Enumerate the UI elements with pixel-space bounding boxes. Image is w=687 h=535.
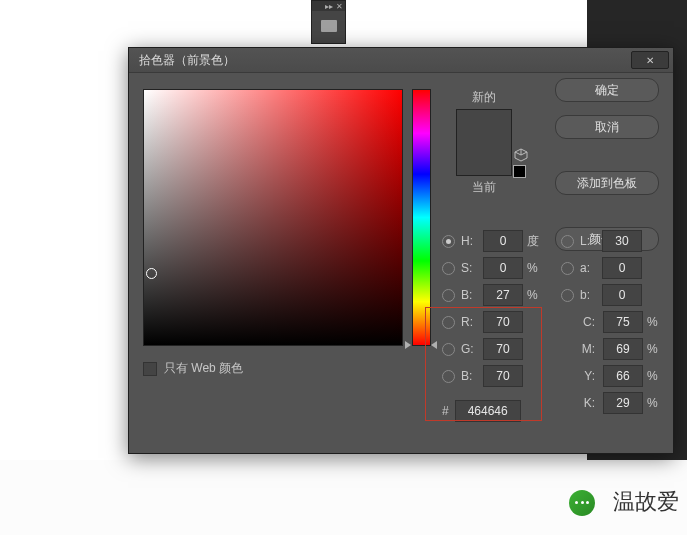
current-color-label: 当前: [446, 179, 521, 196]
unit-pct: %: [527, 261, 547, 275]
web-only-checkbox[interactable]: [143, 362, 157, 376]
input-b-rgb[interactable]: [483, 365, 523, 387]
mini-panel-header: ▸▸ ✕: [312, 1, 345, 11]
swatch-current[interactable]: [457, 143, 511, 176]
mini-panel: ▸▸ ✕: [311, 0, 346, 44]
label-b-lab: b:: [580, 288, 598, 302]
wechat-icon: [569, 490, 599, 520]
ok-button[interactable]: 确定: [555, 78, 659, 102]
radio-l[interactable]: [561, 235, 574, 248]
label-y: Y:: [579, 369, 595, 383]
hex-input[interactable]: [455, 400, 521, 422]
input-a[interactable]: [602, 257, 642, 279]
input-m[interactable]: [603, 338, 643, 360]
new-color-label: 新的: [446, 89, 521, 106]
hex-label: #: [442, 404, 449, 418]
input-c[interactable]: [603, 311, 643, 333]
input-k[interactable]: [603, 392, 643, 414]
color-swatch: [456, 109, 512, 176]
cancel-button[interactable]: 取消: [555, 115, 659, 139]
hue-slider[interactable]: [412, 89, 431, 346]
radio-a[interactable]: [561, 262, 574, 275]
color-selection-indicator: [146, 268, 157, 279]
label-c: C:: [579, 315, 595, 329]
unit-m: %: [647, 342, 663, 356]
dialog-title-bar: 拾色器（前景色） ✕: [129, 48, 673, 73]
radio-r[interactable]: [442, 316, 455, 329]
close-mini-icon[interactable]: ✕: [336, 2, 343, 11]
label-r: R:: [461, 315, 479, 329]
unit-pct2: %: [527, 288, 547, 302]
radio-g[interactable]: [442, 343, 455, 356]
gamut-warning-icon[interactable]: [514, 148, 528, 162]
label-m: M:: [579, 342, 595, 356]
web-only-label: 只有 Web 颜色: [164, 360, 243, 377]
label-s: S:: [461, 261, 479, 275]
panel-icon[interactable]: [321, 20, 337, 32]
dialog-title: 拾色器（前景色）: [139, 52, 235, 69]
label-k: K:: [579, 396, 595, 410]
unit-y: %: [647, 369, 663, 383]
websafe-warning-swatch[interactable]: [513, 165, 526, 178]
input-y[interactable]: [603, 365, 643, 387]
radio-h[interactable]: [442, 235, 455, 248]
unit-c: %: [647, 315, 663, 329]
label-g: G:: [461, 342, 479, 356]
radio-b-rgb[interactable]: [442, 370, 455, 383]
unit-deg: 度: [527, 233, 547, 250]
swatch-new[interactable]: [457, 110, 511, 143]
label-b-hsb: B:: [461, 288, 479, 302]
input-r[interactable]: [483, 311, 523, 333]
label-l: L:: [580, 234, 598, 248]
input-b-hsb[interactable]: [483, 284, 523, 306]
radio-b-hsb[interactable]: [442, 289, 455, 302]
collapse-icon[interactable]: ▸▸: [325, 2, 333, 11]
radio-b-lab[interactable]: [561, 289, 574, 302]
input-h[interactable]: [483, 230, 523, 252]
input-l[interactable]: [602, 230, 642, 252]
color-field[interactable]: [143, 89, 403, 346]
label-h: H:: [461, 234, 479, 248]
input-s[interactable]: [483, 257, 523, 279]
add-swatch-button[interactable]: 添加到色板: [555, 171, 659, 195]
color-picker-dialog: 拾色器（前景色） ✕ 新的 当前 确定 取消 添加到色板: [128, 47, 674, 454]
input-g[interactable]: [483, 338, 523, 360]
label-b-rgb: B:: [461, 369, 479, 383]
close-icon: ✕: [646, 55, 654, 66]
unit-k: %: [647, 396, 663, 410]
hue-slider-arrow-right: [431, 341, 437, 349]
radio-s[interactable]: [442, 262, 455, 275]
input-b-lab[interactable]: [602, 284, 642, 306]
dialog-close-button[interactable]: ✕: [631, 51, 669, 69]
label-a: a:: [580, 261, 598, 275]
hue-slider-arrow-left: [405, 341, 411, 349]
watermark-text: 温故爱: [613, 487, 679, 517]
